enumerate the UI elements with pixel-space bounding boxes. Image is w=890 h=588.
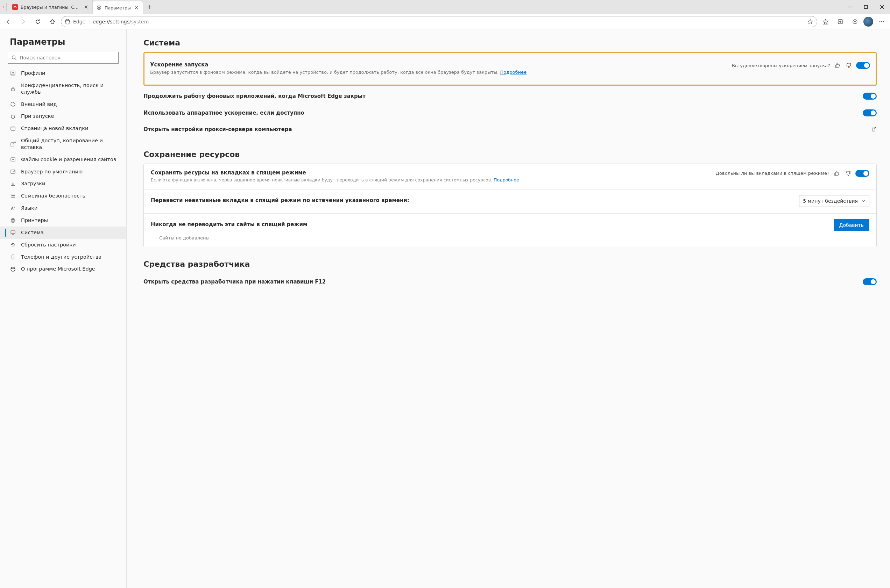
timeout-label: Перевести неактивные вкладки в спящий ре…	[151, 197, 794, 204]
learn-more-link[interactable]: Подробнее	[500, 70, 526, 75]
sleep-toggle[interactable]	[855, 170, 869, 177]
sidebar-item-system[interactable]: Система	[0, 226, 126, 239]
reload-button[interactable]	[32, 16, 44, 27]
proxy-label: Открыть настройки прокси-сервера компьют…	[143, 126, 292, 132]
section-devtools-heading: Средства разработчика	[143, 260, 877, 268]
sidebar-item-onstartup[interactable]: При запуске	[0, 110, 126, 122]
sidebar-item-phone[interactable]: Телефон и другие устройства	[0, 251, 126, 263]
tab-actions-icon[interactable]	[0, 0, 4, 14]
new-tab-button[interactable]	[143, 0, 156, 14]
sleep-feedback-q: Довольны ли вы вкладками в спящем режиме…	[716, 171, 830, 176]
sidebar-item-share[interactable]: Общий доступ, копирование и вставка	[0, 135, 126, 153]
svg-point-11	[881, 21, 882, 22]
sidebar-item-label: Языки	[21, 205, 38, 212]
thumbs-down-icon[interactable]	[844, 170, 852, 177]
proxy-row[interactable]: Открыть настройки прокси-сервера компьют…	[143, 121, 877, 137]
sleep-desc: Если эта функция включена, через заданно…	[151, 177, 710, 183]
close-window-button[interactable]	[874, 0, 890, 14]
title-bar: Браузеры и плагины. Скачать б Параметры	[0, 0, 890, 14]
sidebar-item-label: Сбросить настройки	[21, 242, 76, 248]
learn-more-link[interactable]: Подробнее	[494, 177, 519, 183]
sidebar-item-appearance[interactable]: Внешний вид	[0, 98, 126, 111]
favorite-star-icon[interactable]	[807, 18, 813, 25]
svg-point-3	[97, 6, 101, 10]
profile-avatar[interactable]	[863, 17, 873, 27]
thumbs-up-icon[interactable]	[833, 170, 841, 177]
settings-search[interactable]	[8, 52, 119, 64]
maximize-button[interactable]	[858, 0, 874, 14]
sidebar-item-newtab[interactable]: Страница новой вкладки	[0, 122, 126, 135]
family-icon	[10, 193, 16, 199]
bg-apps-row: Продолжить работу фоновых приложений, ко…	[143, 88, 877, 105]
sidebar-item-default[interactable]: Браузер по умолчанию	[0, 166, 126, 178]
boost-desc: Браузер запустится в фоновом режиме, ког…	[150, 69, 726, 75]
lock-icon	[10, 86, 16, 92]
search-icon	[12, 55, 17, 60]
resources-box: Сохранять ресурсы на вкладках в спящем р…	[143, 164, 877, 248]
boost-toggle[interactable]	[856, 62, 870, 69]
svg-point-24	[11, 195, 13, 196]
forward-button[interactable]	[17, 16, 29, 27]
section-resources-heading: Сохранение ресурсов	[143, 150, 877, 159]
timeout-select[interactable]: 5 минут бездействия	[799, 195, 869, 207]
system-icon	[10, 230, 16, 236]
collections-button[interactable]	[834, 16, 846, 27]
address-bar[interactable]: Edge | edge://settings/system	[61, 16, 817, 27]
sidebar-item-about[interactable]: О программе Microsoft Edge	[0, 263, 126, 275]
sidebar-item-label: Загрузки	[21, 180, 45, 187]
favicon-tab1	[12, 4, 18, 10]
f12-toggle[interactable]	[863, 278, 877, 285]
svg-point-25	[13, 195, 15, 196]
omnibox-url: edge://settings/system	[93, 19, 149, 24]
svg-rect-16	[12, 88, 14, 91]
bg-apps-toggle[interactable]	[863, 93, 877, 100]
svg-point-12	[883, 21, 884, 22]
favorites-button[interactable]	[819, 16, 832, 27]
sidebar-item-languages[interactable]: Языки	[0, 202, 126, 214]
svg-rect-29	[11, 231, 15, 234]
add-site-button[interactable]: Добавить	[834, 219, 869, 231]
sidebar-item-label: Общий доступ, копирование и вставка	[21, 137, 116, 151]
reset-icon	[10, 242, 16, 248]
no-sites-text: Сайты не добавлены	[151, 231, 869, 240]
close-icon[interactable]	[83, 4, 89, 10]
sidebar-item-cookies[interactable]: Файлы cookie и разрешения сайтов	[0, 153, 126, 166]
edge-logo-icon	[65, 19, 70, 24]
sidebar-item-family[interactable]: Семейная безопасность	[0, 190, 126, 202]
external-link-icon	[871, 126, 877, 132]
toolbar: Edge | edge://settings/system	[0, 14, 890, 29]
svg-point-6	[65, 19, 70, 24]
sidebar-item-profiles[interactable]: Профили	[0, 67, 126, 80]
settings-sidebar: Параметры Профили Конфиденциальность, по…	[0, 29, 127, 588]
minimize-button[interactable]	[842, 0, 858, 14]
back-button[interactable]	[2, 16, 15, 27]
sidebar-item-printers[interactable]: Принтеры	[0, 214, 126, 226]
tab-label: Браузеры и плагины. Скачать б	[21, 4, 80, 10]
phone-icon	[10, 254, 16, 260]
svg-rect-20	[11, 158, 15, 161]
sidebar-item-label: Страница новой вкладки	[21, 125, 88, 132]
download-icon	[10, 181, 16, 187]
tab-settings[interactable]: Параметры	[93, 2, 143, 14]
hw-accel-toggle[interactable]	[863, 110, 877, 116]
svg-rect-18	[11, 127, 15, 130]
tab-browsers[interactable]: Браузеры и плагины. Скачать б	[9, 0, 93, 14]
sidebar-item-downloads[interactable]: Загрузки	[0, 178, 126, 190]
window-controls	[842, 0, 890, 14]
sleep-title: Сохранять ресурсы на вкладках в спящем р…	[151, 170, 710, 176]
sidebar-item-label: Телефон и другие устройства	[21, 254, 101, 261]
svg-point-15	[12, 72, 14, 74]
settings-search-input[interactable]	[20, 55, 115, 60]
sidebar-item-privacy[interactable]: Конфиденциальность, поиск и службы	[0, 80, 126, 98]
sidebar-item-reset[interactable]: Сбросить настройки	[0, 239, 126, 251]
svg-rect-23	[11, 170, 15, 173]
svg-rect-2	[12, 4, 18, 10]
menu-button[interactable]	[875, 16, 888, 27]
close-icon[interactable]	[134, 5, 139, 10]
home-button[interactable]	[46, 16, 59, 27]
svg-rect-19	[11, 142, 14, 146]
thumbs-up-icon[interactable]	[834, 62, 841, 69]
thumbs-down-icon[interactable]	[845, 62, 852, 69]
extensions-button[interactable]	[849, 16, 861, 27]
palette-icon	[10, 101, 16, 107]
